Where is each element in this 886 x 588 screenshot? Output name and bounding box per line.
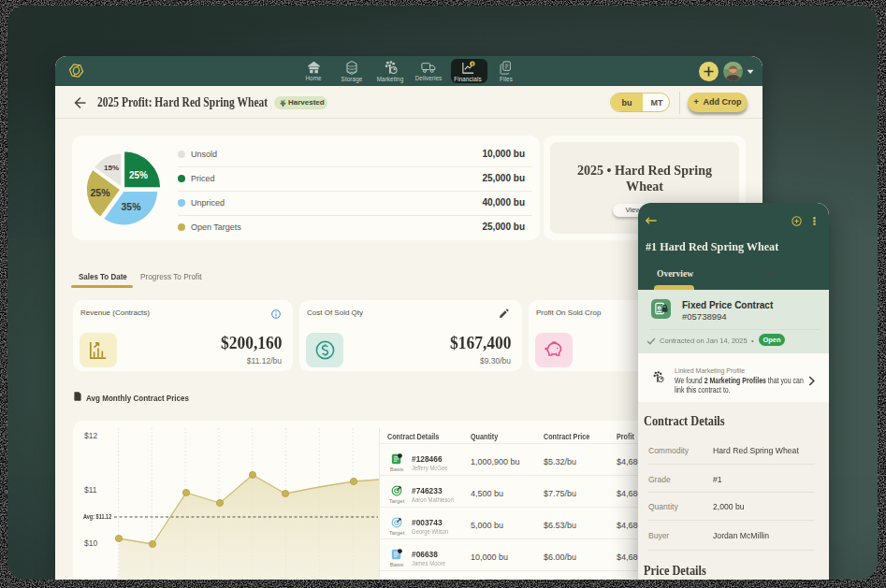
svg-text:25%: 25% <box>90 187 110 198</box>
svg-text:35%: 35% <box>121 201 141 212</box>
svg-text:15%: 15% <box>104 164 119 172</box>
svg-text:25%: 25% <box>129 170 148 180</box>
